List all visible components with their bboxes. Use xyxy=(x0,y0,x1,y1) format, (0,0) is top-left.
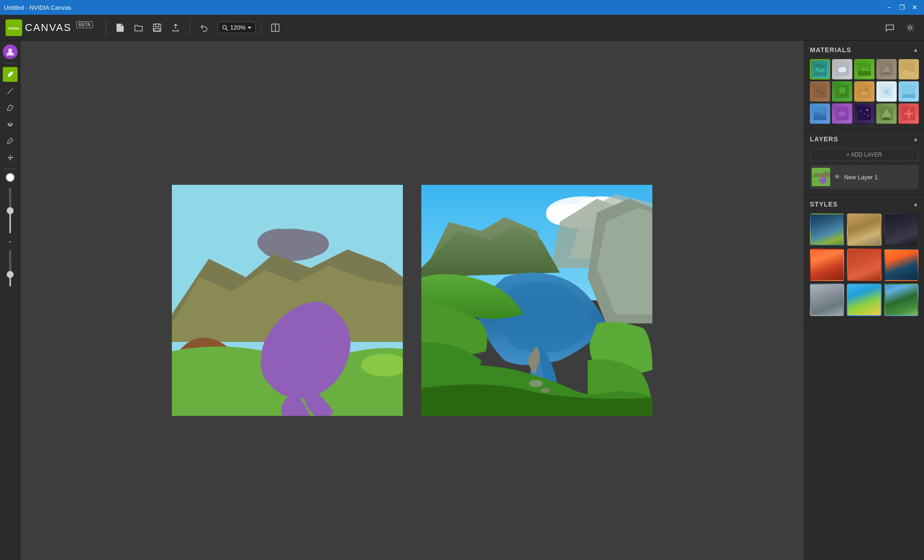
compare-button[interactable] xyxy=(267,19,284,36)
material-deep-water[interactable] xyxy=(810,103,830,124)
fill-tool-button[interactable] xyxy=(3,117,18,132)
material-sand[interactable] xyxy=(899,59,919,79)
svg-point-68 xyxy=(860,110,861,111)
svg-line-14 xyxy=(7,143,8,144)
styles-chevron-icon[interactable]: ▲ xyxy=(913,201,918,207)
svg-point-70 xyxy=(864,113,865,114)
material-mountain[interactable] xyxy=(876,103,897,124)
add-layer-button[interactable]: + ADD LAYER xyxy=(810,148,918,161)
drawing-canvas[interactable] xyxy=(172,185,403,416)
toolbar-separator-2 xyxy=(189,20,190,35)
svg-point-35 xyxy=(541,388,550,393)
svg-point-18 xyxy=(287,231,329,257)
undo-button[interactable] xyxy=(195,19,212,36)
close-button[interactable]: ✕ xyxy=(909,2,920,13)
toolbar-separator-3 xyxy=(261,20,261,35)
user-avatar[interactable] xyxy=(3,44,18,59)
color-picker[interactable] xyxy=(6,173,15,182)
layers-title: Layers xyxy=(810,135,839,143)
chat-button[interactable] xyxy=(881,19,898,36)
svg-rect-6 xyxy=(154,29,160,31)
svg-point-66 xyxy=(844,113,846,115)
settings-button[interactable] xyxy=(902,19,918,36)
zoom-icon xyxy=(222,24,228,31)
titlebar-left: Untitled - NVIDIA Canvas xyxy=(4,4,71,11)
layer-item[interactable]: 👁 New Layer 1 xyxy=(810,165,918,189)
style-sunset-peaks[interactable] xyxy=(810,249,844,281)
sliders-container xyxy=(9,188,11,556)
svg-point-48 xyxy=(816,89,821,92)
material-grass[interactable] xyxy=(854,59,875,79)
material-snow[interactable] xyxy=(876,81,897,102)
materials-chevron-icon[interactable]: ▲ xyxy=(913,47,918,53)
right-panel: Materials ▲ xyxy=(804,41,924,560)
layer-name: New Layer 1 xyxy=(844,174,917,181)
svg-point-49 xyxy=(821,92,825,94)
svg-rect-61 xyxy=(902,94,915,98)
new-button[interactable] xyxy=(112,19,128,36)
svg-point-54 xyxy=(861,91,868,95)
export-button[interactable] xyxy=(167,19,184,36)
material-sky[interactable] xyxy=(899,81,919,102)
style-dark-cave[interactable] xyxy=(884,213,918,246)
style-foggy-mountains[interactable] xyxy=(810,284,844,316)
material-dirt[interactable] xyxy=(810,81,830,102)
style-mountain-lake[interactable] xyxy=(810,213,844,246)
materials-header: Materials ▲ xyxy=(810,46,918,54)
styles-grid xyxy=(810,213,918,316)
canvas-panels xyxy=(172,185,652,416)
material-water[interactable] xyxy=(810,59,830,79)
svg-point-72 xyxy=(861,116,862,117)
opacity-slider[interactable] xyxy=(9,250,11,287)
brush-tool-button[interactable] xyxy=(3,67,18,82)
svg-rect-52 xyxy=(842,92,843,96)
restore-button[interactable]: ❐ xyxy=(896,2,907,13)
nvidia-logo-icon: NVIDIA xyxy=(6,19,22,36)
material-purple[interactable] xyxy=(832,103,852,124)
main-area: Materials ▲ xyxy=(0,41,924,560)
eraser-tool-button[interactable] xyxy=(3,100,18,115)
svg-point-23 xyxy=(227,374,264,393)
line-tool-button[interactable] xyxy=(3,84,18,98)
layers-section: Layers ▲ + ADD LAYER 👁 New Layer 1 xyxy=(804,130,924,195)
materials-title: Materials xyxy=(810,46,851,54)
svg-point-11 xyxy=(909,26,912,29)
canvas-area xyxy=(20,41,804,560)
open-button[interactable] xyxy=(130,19,147,36)
style-tropical-beach[interactable] xyxy=(847,284,881,316)
minimize-button[interactable]: − xyxy=(883,2,894,13)
result-canvas xyxy=(421,185,652,416)
svg-point-7 xyxy=(223,25,226,29)
material-japanese[interactable] xyxy=(899,103,919,124)
zoom-control[interactable]: 120% xyxy=(218,22,255,33)
toolbar-separator-1 xyxy=(106,20,106,35)
material-rock[interactable] xyxy=(876,59,897,79)
result-svg xyxy=(421,185,652,416)
svg-line-13 xyxy=(7,88,13,94)
save-button[interactable] xyxy=(149,19,165,36)
titlebar-title: Untitled - NVIDIA Canvas xyxy=(4,4,71,11)
material-cloud[interactable] xyxy=(832,59,852,79)
material-plant[interactable] xyxy=(832,81,852,102)
svg-point-69 xyxy=(867,110,868,111)
style-ocean-sunset[interactable] xyxy=(884,249,918,281)
style-red-cliffs[interactable] xyxy=(847,249,881,281)
layer-visibility-icon[interactable]: 👁 xyxy=(834,173,840,181)
pan-tool-button[interactable] xyxy=(3,150,18,165)
svg-rect-42 xyxy=(858,71,871,76)
style-desert-storm[interactable] xyxy=(847,213,881,246)
layers-chevron-icon[interactable]: ▲ xyxy=(913,136,918,142)
material-space[interactable] xyxy=(854,103,875,124)
material-desert[interactable] xyxy=(854,81,875,102)
materials-grid xyxy=(810,59,918,124)
titlebar: Untitled - NVIDIA Canvas − ❐ ✕ xyxy=(0,0,924,15)
styles-section: Styles ▲ xyxy=(804,195,924,322)
styles-title: Styles xyxy=(810,201,838,208)
brush-size-slider[interactable] xyxy=(9,188,11,234)
tool-divider-1 xyxy=(5,63,16,63)
svg-point-12 xyxy=(8,49,12,52)
svg-point-65 xyxy=(839,113,840,115)
tool-divider-2 xyxy=(5,169,16,169)
eyedropper-tool-button[interactable] xyxy=(3,134,18,148)
style-alpine-meadow[interactable] xyxy=(884,284,918,316)
